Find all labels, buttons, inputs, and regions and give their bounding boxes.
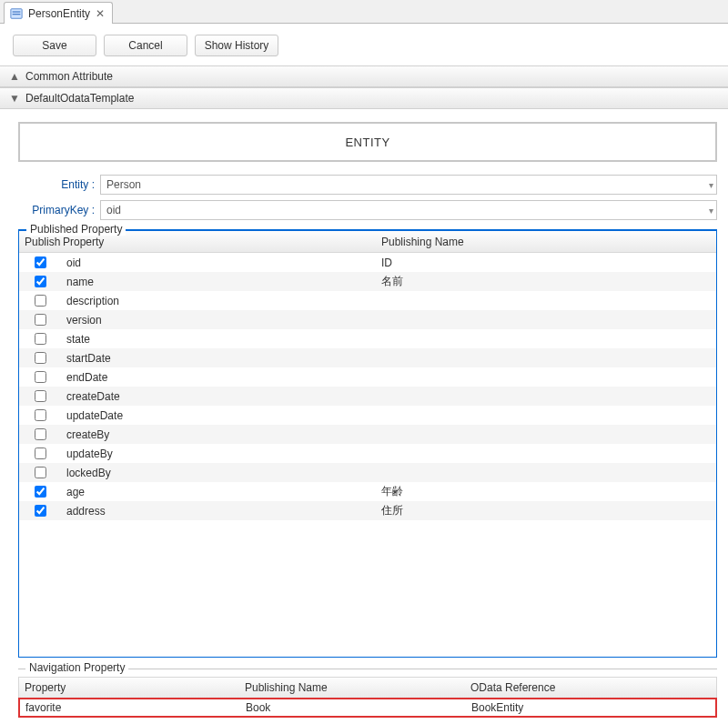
- svg-rect-1: [13, 11, 21, 12]
- entity-select[interactable]: [100, 175, 717, 195]
- publish-checkbox[interactable]: [35, 314, 46, 326]
- navigation-header: Property Publishing Name OData Reference: [18, 677, 717, 699]
- primarykey-label: PrimaryKey :: [18, 204, 100, 216]
- table-row[interactable]: address住所: [19, 501, 716, 520]
- publish-checkbox[interactable]: [35, 352, 46, 364]
- entity-icon: [10, 7, 23, 20]
- tab-bar: PersonEntity ✕: [0, 0, 728, 24]
- cell-publishing-name: 年齢: [381, 484, 716, 499]
- publish-checkbox[interactable]: [35, 390, 46, 402]
- template-content: ENTITY Entity : ▾ PrimaryKey : ▾ Publish…: [0, 109, 728, 724]
- toolbar: Save Cancel Show History: [0, 24, 728, 65]
- chevron-up-icon: ▲: [9, 70, 18, 83]
- cell-property: createBy: [61, 428, 381, 441]
- tab-label: PersonEntity: [28, 7, 90, 20]
- col-property: Property: [19, 681, 245, 694]
- publish-checkbox[interactable]: [35, 276, 46, 287]
- publish-checkbox[interactable]: [35, 486, 46, 498]
- cell-property: favorite: [20, 701, 246, 714]
- published-property-legend: Published Property: [26, 223, 126, 236]
- publish-checkbox[interactable]: [35, 256, 46, 268]
- table-row[interactable]: endDate: [19, 367, 716, 387]
- navigation-property-group: Navigation Property Property Publishing …: [18, 669, 717, 718]
- section-common-attribute[interactable]: ▲ Common Attribute: [0, 65, 728, 87]
- svg-rect-2: [13, 14, 21, 15]
- col-publishing-name: Publishing Name: [245, 681, 470, 694]
- cell-property: description: [61, 295, 381, 307]
- publish-checkbox[interactable]: [35, 371, 46, 383]
- table-row[interactable]: createBy: [19, 425, 716, 444]
- published-property-group: Published Property Publish Property Publ…: [18, 229, 717, 658]
- table-row[interactable]: state: [19, 329, 716, 348]
- entity-box-label: ENTITY: [345, 136, 389, 149]
- publish-checkbox[interactable]: [35, 295, 46, 307]
- section-default-odata-template[interactable]: ▼ DefaultOdataTemplate: [0, 87, 728, 109]
- col-property: Property: [61, 236, 381, 248]
- cell-publishing-name: 名前: [381, 274, 716, 289]
- cell-property: name: [61, 276, 381, 288]
- show-history-button[interactable]: Show History: [195, 35, 278, 56]
- table-row[interactable]: name名前: [19, 272, 716, 291]
- cell-property: address: [61, 505, 381, 518]
- cell-publishing-name: ID: [381, 256, 716, 269]
- publish-checkbox[interactable]: [35, 409, 46, 421]
- entity-box: ENTITY: [18, 122, 717, 162]
- cell-property: version: [61, 314, 381, 327]
- cell-property: age: [61, 486, 381, 498]
- cell-property: createDate: [61, 390, 381, 403]
- navigation-row[interactable]: favoriteBookBookEntity: [18, 698, 717, 718]
- table-row[interactable]: createDate: [19, 387, 716, 406]
- table-row[interactable]: startDate: [19, 348, 716, 367]
- cell-publishing-name: Book: [246, 701, 471, 714]
- save-button[interactable]: Save: [13, 35, 96, 56]
- table-row[interactable]: description: [19, 291, 716, 310]
- close-icon[interactable]: ✕: [96, 8, 105, 19]
- cell-property: startDate: [61, 352, 381, 365]
- primarykey-select[interactable]: [100, 200, 717, 220]
- tab-person-entity[interactable]: PersonEntity ✕: [4, 2, 113, 24]
- col-publish: Publish: [19, 236, 61, 248]
- cell-property: endDate: [61, 371, 381, 384]
- publish-checkbox[interactable]: [35, 447, 46, 459]
- table-row[interactable]: updateBy: [19, 444, 716, 463]
- section-title: DefaultOdataTemplate: [25, 92, 134, 105]
- publish-checkbox[interactable]: [35, 333, 46, 345]
- table-row[interactable]: updateDate: [19, 406, 716, 425]
- cell-property: oid: [61, 256, 381, 269]
- publish-checkbox[interactable]: [35, 505, 46, 517]
- table-row[interactable]: age年齢: [19, 482, 716, 501]
- table-row[interactable]: oidID: [19, 253, 716, 272]
- section-title: Common Attribute: [25, 70, 113, 83]
- cell-property: state: [61, 333, 381, 346]
- table-row[interactable]: lockedBy: [19, 463, 716, 482]
- grid-filler: [19, 520, 716, 657]
- cell-odata-reference: BookEntity: [471, 701, 715, 714]
- col-publishing-name: Publishing Name: [381, 236, 716, 248]
- table-row[interactable]: version: [19, 310, 716, 329]
- cell-property: lockedBy: [61, 467, 381, 479]
- publish-checkbox[interactable]: [35, 467, 46, 478]
- chevron-down-icon: ▼: [9, 92, 18, 105]
- cell-property: updateBy: [61, 447, 381, 460]
- cancel-button[interactable]: Cancel: [104, 35, 187, 56]
- cell-property: updateDate: [61, 409, 381, 422]
- entity-label: Entity :: [18, 178, 100, 191]
- publish-checkbox[interactable]: [35, 428, 46, 440]
- cell-publishing-name: 住所: [381, 503, 716, 518]
- col-odata-reference: OData Reference: [470, 681, 716, 694]
- navigation-property-legend: Navigation Property: [25, 661, 128, 674]
